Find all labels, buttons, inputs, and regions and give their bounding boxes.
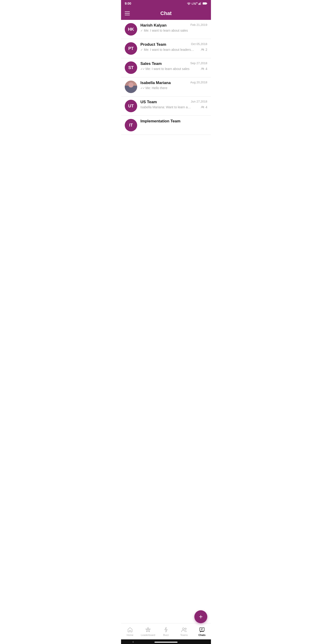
chat-item-us-team[interactable]: UT US Team Jun 27,2018 Isabella Mariana:… [121,96,211,116]
wifi-icon [187,2,191,5]
avatar-sales-team: ST [125,62,137,74]
preview-text: Isabella Mariana: Want to learn about co… [140,105,191,109]
svg-point-0 [189,4,189,5]
member-count: 2 [205,48,207,52]
chat-date: Sep 27,2018 [190,62,207,65]
chat-name: Isabella Mariana [140,80,170,85]
chat-meta: 4 [201,105,207,109]
chat-content: Implementation Team [140,119,207,124]
chat-name: Sales Team [140,62,162,66]
status-icons: LTER [187,2,207,5]
preview-text: Me: I want to learn about sales [144,29,188,32]
battery-icon [203,2,207,5]
status-bar: 9:00 LTER [121,0,211,7]
chat-content: Sales Team Sep 27,2018 ✓✓ Me: I want to … [140,62,207,71]
svg-rect-4 [201,2,201,5]
double-check-icon: ✓✓ [140,67,145,71]
svg-point-12 [203,106,204,107]
lte-label: LTER [192,2,198,5]
avatar-product-team: PT [125,42,137,55]
avatar-us-team: UT [125,100,137,112]
chat-date: Feb 21,2019 [190,23,207,26]
svg-point-8 [203,49,204,50]
svg-point-10 [203,68,204,69]
status-time: 9:00 [125,2,131,5]
app-header: Chat [121,7,211,20]
double-check-icon: ✓✓ [140,86,145,90]
signal-icon [198,2,202,5]
member-count: 4 [205,67,207,71]
avatar-harish-kalyan: HK [125,23,137,36]
svg-rect-6 [207,3,207,4]
chat-date: Jun 27,2018 [191,100,207,103]
chat-name: Harish Kalyan [140,23,166,28]
preview-text: Me: I want to learn about leadership [144,48,195,52]
members-icon [201,106,204,108]
preview-text: Me: I want to learn about sales [146,67,189,71]
member-count: 4 [205,105,207,109]
chat-date: Aug 20,2018 [190,80,207,84]
chat-content: Isabella Mariana Aug 20,2018 ✓✓ Me: Hell… [140,80,207,90]
page-title: Chat [161,10,172,16]
check-icon: ✓ [140,29,143,32]
chat-item-sales-team[interactable]: ST Sales Team Sep 27,2018 ✓✓ Me: I want … [121,58,211,77]
svg-rect-1 [198,4,199,5]
chat-list: HK Harish Kalyan Feb 21,2019 ✓ Me: I wan… [121,20,211,135]
chat-item-isabella-mariana[interactable]: Isabella Mariana Aug 20,2018 ✓✓ Me: Hell… [121,77,211,96]
chat-content: Harish Kalyan Feb 21,2019 ✓ Me: I want t… [140,23,207,32]
chat-item-product-team[interactable]: PT Product Team Oct 05,2018 ✓ Me: I want… [121,39,211,58]
chat-meta: 2 [201,48,207,52]
svg-rect-2 [199,3,200,5]
chat-item-harish-kalyan[interactable]: HK Harish Kalyan Feb 21,2019 ✓ Me: I wan… [121,20,211,39]
chat-meta: 4 [201,67,207,71]
preview-text: Me: Hello there [146,86,167,90]
members-icon [201,68,204,70]
svg-rect-5 [203,2,207,4]
chat-date: Oct 05,2018 [191,42,207,46]
chat-content: US Team Jun 27,2018 Isabella Mariana: Wa… [140,100,207,109]
avatar-implementation-team: IT [125,119,137,132]
chat-item-implementation-team[interactable]: IT Implementation Team [121,116,211,135]
svg-rect-3 [200,2,200,5]
avatar-isabella-mariana [125,80,137,93]
chat-name: Implementation Team [140,119,180,124]
members-icon [201,48,204,51]
chat-name: Product Team [140,42,166,47]
chat-content: Product Team Oct 05,2018 ✓ Me: I want to… [140,42,207,52]
chat-name: US Team [140,100,157,104]
menu-button[interactable] [125,12,130,15]
check-icon: ✓ [140,48,143,52]
